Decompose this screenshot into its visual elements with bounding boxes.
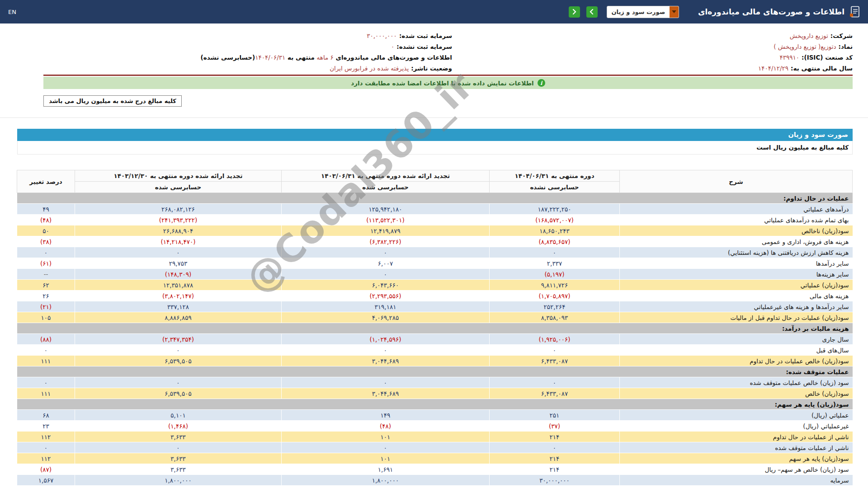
section-row: سود(زیان) پایه هر سهم: [17,399,853,410]
language-en-link[interactable]: EN [8,9,16,15]
info-row: اطلاعات و صورت‌های مالی میاندوره‌ای ۶ ما… [43,52,452,63]
info-label: کد صنعت (ISIC): [802,54,853,61]
statement-select[interactable]: صورت سود و زیان [607,6,679,18]
statement-select-value: صورت سود و زیان [607,6,670,18]
cell-value: ۰ [75,377,282,388]
table-row: سود (زیان) خالص عملیات متوقف شده۰۰۰۰ [17,377,853,388]
section-label: سود(زیان) پایه هر سهم: [17,399,853,410]
cell-value: (۳۷) [490,421,620,432]
cell-value: (۱,۷۰۵,۸۹۷) [490,291,620,301]
table-row: سود(زیان) خالص۶,۴۳۳,۰۸۷۳,۰۴۴,۶۸۹۶,۵۳۹,۵۰… [17,388,853,399]
cell-value: ۳۳۷,۱۲۸ [75,301,282,312]
table-row: ناشي از عملیات متوقف شده۰۰۰۰ [17,442,853,453]
table-row: سایر درآمدها۲,۳۳۷۶,۰۰۷۲۹,۷۵۳(۶۱) [17,258,853,269]
table-row: سایر درآمدها و هزینه های غیرعملیاتي۲۵۲,۲… [17,301,853,312]
table-row: سود(زیان) پایه هر سهم۲۱۴۱۰۱۳,۶۳۳۱۱۲ [17,453,853,464]
cell-percent-change: ۱,۵۶۷ [17,475,75,486]
cell-value: (۲,۲۹۳,۵۵۶) [282,291,490,301]
cell-value: ۰ [75,442,282,453]
row-label: سود (زیان) خالص عملیات متوقف شده [620,377,853,388]
cell-value: ۱۰۱ [282,432,490,442]
info-label: اطلاعات و صورت‌های مالی میاندوره‌ای [334,54,452,61]
row-label: سود(زیان) عملیات در حال تداوم قبل از مال… [620,312,853,323]
cell-percent-change: ۴۹ [17,204,75,215]
cell-value: ۰ [490,377,620,388]
cell-value: ۱,۶۹۱ [282,464,490,475]
table-row: درآمدهای عملیاتي۱۸۷,۲۲۲,۲۵۰۱۲۵,۹۴۲,۱۸۰۲۶… [17,204,853,215]
signature-match-text: اطلاعات نمایش داده شده با اطلاعات امضا ش… [351,80,534,87]
cell-value: (۸,۸۳۵,۶۵۷) [490,236,620,247]
cell-value: ۲۱۴ [490,453,620,464]
cell-value: ۳۱۹,۱۸۱ [282,301,490,312]
info-value: توزیع داروپخش [790,32,828,39]
cell-value: ۱,۸۰۰,۰۰۰ [282,475,490,486]
cell-value: (۴۸) [282,421,490,432]
table-row: سود (زیان) خالص هر سهم– ریال۲۱۴۱,۶۹۱۳,۶۳… [17,464,853,475]
row-label: سایر درآمدها [620,258,853,269]
company-info-right-column: شرکت:توزیع داروپخشنماد:دتوزیع( توزیع دار… [452,30,853,74]
cell-value: (۱,۹۲۵,۰۰۶) [490,334,620,345]
cell-percent-change: ۶۲ [17,280,75,291]
cell-value: ۱۰۱ [282,453,490,464]
company-info-left-column: سرمایه ثبت شده:۳۰,۰۰۰,۰۰۰سرمایه ثبت نشده… [43,30,452,74]
table-row: سال جاری(۱,۹۲۵,۰۰۶)(۱,۰۲۴,۵۹۶)(۲,۳۴۷,۳۵۴… [17,334,853,345]
cell-percent-change: (۴۸) [17,215,75,225]
report-icon [850,6,860,18]
col-header-percent-change: درصد تغییر [17,170,75,193]
table-row: سال‌های قبل۰۰۰۰ [17,345,853,356]
table-row: سود(زیان) عملیات در حال تداوم قبل از مال… [17,312,853,323]
info-value: ۰ [391,43,394,50]
cell-value: ۹,۸۱۱,۷۲۶ [490,280,620,291]
cell-value: ۳,۶۳۳ [75,464,282,475]
cell-percent-change: ۰ [17,345,75,356]
statement-title-bar: صورت سود و زیان [17,129,853,141]
row-label: عملیاتي (ریال) [620,410,853,421]
section-label: عملیات متوقف شده: [17,366,853,377]
cell-value: ۶,۵۳۹,۵۰۵ [75,388,282,399]
subheader-unaudited: حسابرسی نشده [490,182,620,193]
table-row: سرمایه۳۰,۰۰۰,۰۰۰۱,۸۰۰,۰۰۰۱,۸۰۰,۰۰۰۱,۵۶۷ [17,475,853,486]
cell-value: ۲۶۸,۰۸۲,۱۲۶ [75,204,282,215]
info-icon: i [538,79,545,87]
cell-value: (۳,۸۰۲,۱۴۷) [75,291,282,301]
row-label: هزینه کاهش ارزش دریافتنی ها (هزینه استثن… [620,247,853,258]
row-label: سود(زیان) خالص عملیات در حال تداوم [620,356,853,366]
row-label: سایر درآمدها و هزینه های غیرعملیاتي [620,301,853,312]
cell-percent-change: ۵۰ [17,225,75,236]
info-label: سرمایه ثبت شده: [399,32,452,39]
cell-value: ۲۹,۷۵۳ [75,258,282,269]
income-statement-section: صورت سود و زیان کلیه مبالغ به میلیون ریا… [17,129,853,486]
info-label: شرکت: [830,32,853,39]
info-label: منتهی به [285,54,316,61]
cell-value: ۶,۵۳۹,۵۰۵ [75,356,282,366]
cell-value: ۱۸۷,۲۲۲,۲۵۰ [490,204,620,215]
cell-value: ۲۶,۶۸۸,۹۰۴ [75,225,282,236]
cell-percent-change: ۱۰۵ [17,312,75,323]
cell-value: ۸,۳۵۸,۰۹۳ [490,312,620,323]
unit-box-row: کلیه مبالغ درج شده به میلیون ریال می باش… [43,95,853,107]
table-row: هزینه کاهش ارزش دریافتنی ها (هزینه استثن… [17,247,853,258]
cell-value: ۱۸,۶۵۰,۲۴۳ [490,225,620,236]
cell-percent-change: (۶۱) [17,258,75,269]
cell-percent-change: ۱۱۲ [17,453,75,464]
table-header-row: شرح دوره منتهی به ۱۴۰۴/۰۶/۳۱ تجدید ارائه… [17,170,853,182]
cell-value: (۱۴,۲۱۸,۴۷۰) [75,236,282,247]
cell-value: (۶,۳۸۲,۲۲۶) [282,236,490,247]
cell-value: ۵,۱۰۱ [75,410,282,421]
next-button[interactable] [586,6,598,18]
table-row: هزینه های مالی(۱,۷۰۵,۸۹۷)(۲,۲۹۳,۵۵۶)(۳,۸… [17,291,853,301]
info-value: ۴۳۹۹۱۰ [780,54,800,61]
row-label: سود(زیان) خالص [620,388,853,399]
row-label: سرمایه [620,475,853,486]
cell-percent-change: ۰ [17,377,75,388]
signature-match-banner: i اطلاعات نمایش داده شده با اطلاعات امضا… [43,77,853,89]
info-value: ۶ ماهه [317,54,334,61]
cell-value: (۵,۱۹۷) [490,269,620,280]
cell-value: ۰ [490,345,620,356]
info-row: سرمایه ثبت نشده:۰ [43,41,452,52]
cell-value: (۱۴۸,۳۰۹) [75,269,282,280]
chevron-down-icon [670,6,679,18]
prev-button[interactable] [569,6,580,18]
chevron-right-icon [590,9,594,14]
row-label: غیرعملیاتي (ریال) [620,421,853,432]
